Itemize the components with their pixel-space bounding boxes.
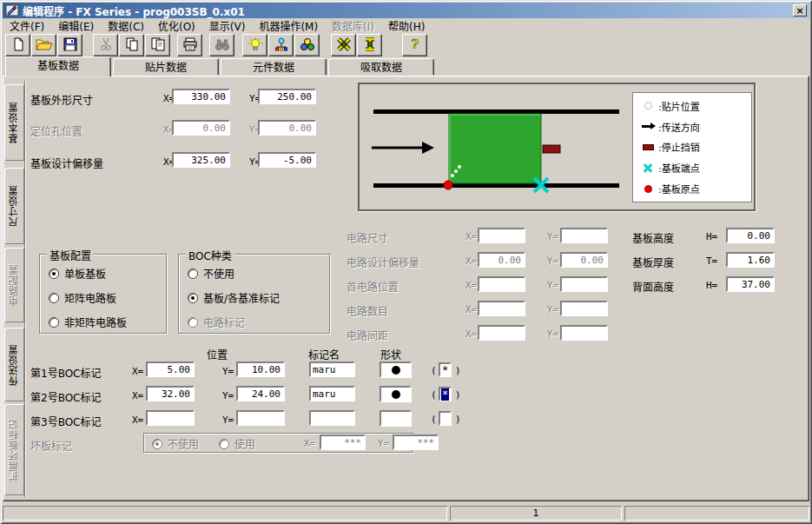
- position-header: 位置: [207, 347, 228, 361]
- mark-name-header: 标记名: [308, 347, 340, 361]
- radio-badmark-not-used: 不使用: [152, 436, 199, 451]
- boc-mark3-shape-field[interactable]: [380, 410, 412, 427]
- menu-view[interactable]: 显示(V): [202, 17, 253, 34]
- paren-close: ): [455, 414, 461, 425]
- boc-mark3-y-field[interactable]: [236, 410, 285, 426]
- circuit-offset-label: 电路设计偏移量: [347, 255, 419, 269]
- sidebar-tab-transfer-settings[interactable]: 传送设置: [4, 328, 24, 401]
- shape-header: 形状: [380, 347, 401, 361]
- open-button[interactable]: [31, 34, 56, 56]
- x-prefix: X=: [132, 415, 143, 426]
- title-bar[interactable]: 编辑程序 - FX Series - prog003SB_0.x01 ×: [3, 3, 809, 18]
- boc-mark1-flag-field[interactable]: *: [439, 362, 452, 377]
- print-button[interactable]: [177, 34, 202, 56]
- boc-mark2-flag-field[interactable]: *: [439, 387, 452, 401]
- i-measure-button[interactable]: [357, 34, 382, 56]
- menu-help[interactable]: 帮助(H): [381, 17, 432, 34]
- sidebar-tab-circuit-config: 电路配置: [4, 248, 24, 322]
- statusbar-page-panel: 1: [450, 506, 622, 521]
- copy-icon: [125, 37, 139, 54]
- boc-mark2-shape-field[interactable]: [380, 386, 412, 402]
- sidebar-tab-basic-settings[interactable]: 基本设置: [4, 84, 24, 161]
- x-measure-button[interactable]: [331, 34, 356, 56]
- paste-button[interactable]: [145, 34, 170, 56]
- radio-matrix-board[interactable]: 矩阵电路板: [49, 290, 116, 305]
- tab-placement-data[interactable]: 贴片数据: [113, 58, 219, 76]
- board-thickness-field[interactable]: 1.60: [726, 252, 775, 268]
- menu-file[interactable]: 文件(F): [3, 17, 51, 34]
- radio-icon[interactable]: [49, 293, 59, 303]
- boc-mark1-x-field[interactable]: 5.00: [146, 361, 195, 377]
- board-outline-x-field[interactable]: 330.00: [172, 89, 230, 104]
- vtab-label: 基本设置: [8, 102, 22, 143]
- close-button[interactable]: ×: [793, 4, 807, 17]
- board-offset-y-field[interactable]: -5.00: [258, 152, 316, 168]
- radio-badmark-used: 使用: [219, 436, 255, 451]
- boc-mark2-name-field[interactable]: maru: [309, 386, 355, 401]
- tab-label: 基板数据: [37, 60, 79, 72]
- paren-close: ): [455, 365, 461, 376]
- radio-label: 单板基板: [64, 266, 106, 281]
- radio-boc-board-marks[interactable]: 基板/各基准标记: [188, 290, 280, 305]
- sidebar-tab-ext-badboard-mark: 扩展坏板标记: [4, 404, 24, 495]
- tab-component-data[interactable]: 元件数据: [221, 58, 327, 76]
- app-icon: [5, 4, 19, 17]
- conveyor-rail-top: [373, 109, 619, 114]
- radio-non-matrix-board[interactable]: 非矩阵电路板: [49, 315, 127, 329]
- x-prefix: X=: [465, 280, 477, 291]
- board-height-field[interactable]: 0.00: [726, 228, 775, 243]
- toolbar: ?: [3, 34, 809, 58]
- board-outline-y-field[interactable]: 250.00: [258, 89, 316, 104]
- binoculars-icon: [215, 37, 230, 54]
- transfer-arrow-head: [422, 142, 434, 154]
- parts-button[interactable]: [294, 34, 320, 56]
- radio-icon: [188, 317, 198, 328]
- boc-mark3-name-field[interactable]: [309, 410, 355, 426]
- copy-button[interactable]: [119, 34, 144, 56]
- boc-mark1-y-field[interactable]: 10.00: [236, 361, 285, 377]
- colored-balls-icon: [300, 37, 315, 54]
- tab-pickup-data[interactable]: 吸取数据: [328, 58, 434, 76]
- assign-button[interactable]: [268, 34, 294, 56]
- board-origin-icon: [644, 185, 652, 193]
- tab-board-data[interactable]: 基板数据: [5, 56, 111, 76]
- sidebar-tab-size-settings[interactable]: 尺寸设置: [4, 168, 24, 244]
- board-origin-marker: [444, 181, 452, 189]
- menu-data[interactable]: 数据(C): [101, 17, 151, 34]
- circuit-size-y-field: [560, 228, 608, 243]
- circuit-size-x-field: [478, 228, 525, 243]
- menu-edit[interactable]: 编辑(E): [51, 17, 101, 34]
- radio-boc-not-used[interactable]: 不使用: [188, 266, 234, 281]
- help-button[interactable]: ?: [402, 34, 427, 56]
- circuit-pitch-x-field: [478, 325, 525, 341]
- boc-mark3-x-field[interactable]: [146, 410, 195, 426]
- menu-machine-op[interactable]: 机器操作(M): [252, 17, 325, 34]
- new-button[interactable]: [5, 34, 30, 56]
- tab-label: 吸取数据: [360, 62, 402, 74]
- menu-optimize[interactable]: 优化(O): [151, 17, 202, 34]
- optimize-button[interactable]: [242, 34, 267, 56]
- placement-position-icon: [644, 102, 652, 109]
- boc-mark3-flag-field[interactable]: [439, 411, 452, 426]
- x-measure-icon: [336, 37, 352, 54]
- boc-mark3-label: 第3号BOC标记: [30, 414, 101, 428]
- placement-dot: [454, 169, 458, 173]
- board-offset-x-field[interactable]: 325.00: [172, 152, 230, 168]
- back-height-field[interactable]: 37.00: [726, 276, 775, 292]
- close-icon: ×: [795, 6, 803, 16]
- radio-icon[interactable]: [188, 269, 198, 279]
- boc-mark1-name-field[interactable]: maru: [309, 361, 355, 377]
- cut-scissors-icon: [99, 37, 113, 54]
- boc-mark2-y-field[interactable]: 24.00: [236, 386, 285, 401]
- h-prefix: H=: [706, 280, 717, 291]
- x-prefix: X=: [132, 390, 143, 401]
- stop-pin-marker: [543, 145, 560, 153]
- radio-icon[interactable]: [49, 317, 59, 328]
- radio-single-board[interactable]: 单板基板: [49, 266, 106, 281]
- boc-mark2-x-field[interactable]: 32.00: [146, 386, 195, 401]
- save-button[interactable]: [57, 34, 83, 56]
- boc-mark1-shape-field[interactable]: [380, 361, 412, 378]
- radio-icon[interactable]: [188, 293, 198, 303]
- radio-icon: [219, 439, 229, 449]
- radio-icon[interactable]: [49, 269, 59, 279]
